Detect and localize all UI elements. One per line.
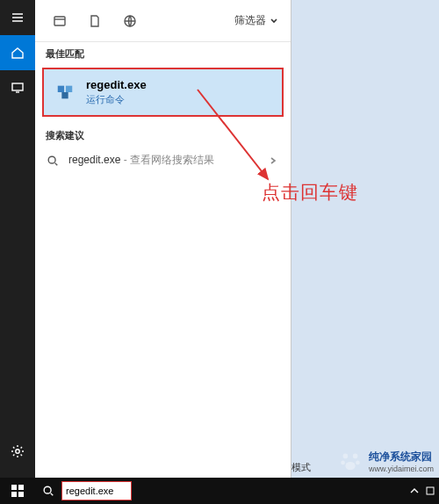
suggestion-query: regedit.exe (68, 154, 120, 166)
globe-icon (123, 14, 137, 28)
svg-point-12 (341, 461, 345, 465)
svg-point-19 (44, 486, 51, 493)
document-icon (88, 14, 102, 28)
tray-icon (425, 486, 435, 496)
svg-rect-20 (427, 487, 434, 494)
svg-point-1 (16, 450, 19, 453)
best-match-title: regedit.exe (86, 78, 147, 91)
hamburger-icon (11, 11, 25, 25)
scope-web-tab[interactable] (112, 0, 148, 42)
search-panel: 筛选器 最佳匹配 regedit.exe 运行命令 搜索建议 regedit.e… (35, 0, 291, 478)
svg-rect-5 (58, 86, 64, 92)
filter-label: 筛选器 (234, 13, 266, 28)
svg-point-13 (356, 461, 360, 465)
rail-settings-button[interactable] (0, 434, 35, 469)
suggestion-text: regedit.exe - 查看网络搜索结果 (68, 153, 214, 168)
svg-rect-6 (66, 86, 72, 92)
best-match-heading: 最佳匹配 (35, 42, 291, 64)
svg-rect-3 (54, 17, 65, 25)
scope-documents-tab[interactable] (77, 0, 112, 42)
svg-point-11 (353, 454, 358, 459)
rail-menu-button[interactable] (0, 0, 35, 35)
suggestions-heading: 搜索建议 (35, 124, 291, 146)
best-match-subtitle: 运行命令 (86, 93, 147, 106)
search-icon (42, 485, 54, 497)
taskbar-search-button[interactable] (35, 478, 61, 504)
watermark-url: www.yidaimei.com (369, 464, 434, 473)
tray-up-icon (409, 486, 420, 496)
scope-apps-tab[interactable] (42, 0, 77, 42)
taskbar-search-input[interactable] (66, 486, 127, 496)
best-match-result[interactable]: regedit.exe 运行命令 (42, 68, 284, 117)
monitor-icon (11, 81, 25, 95)
svg-rect-7 (61, 92, 68, 98)
web-suggestion-row[interactable]: regedit.exe - 查看网络搜索结果 (35, 146, 291, 175)
paw-icon (337, 448, 363, 474)
svg-rect-0 (12, 83, 23, 90)
taskbar (0, 478, 439, 504)
home-icon (11, 46, 25, 60)
chevron-right-icon (266, 154, 280, 168)
windows-icon (11, 484, 25, 498)
svg-rect-15 (11, 485, 17, 490)
rail-home-button[interactable] (0, 35, 35, 70)
taskbar-search-box[interactable] (61, 481, 132, 500)
desktop-mode-label: 模式 (291, 461, 311, 474)
chevron-down-icon (270, 17, 278, 25)
svg-rect-16 (18, 485, 24, 490)
system-tray[interactable] (409, 486, 439, 496)
watermark-brand: 纯净系统家园 (369, 450, 432, 463)
svg-point-10 (343, 454, 349, 459)
apps-icon (53, 14, 67, 28)
search-panel-header: 筛选器 (35, 0, 291, 42)
regedit-icon (54, 82, 76, 103)
svg-rect-17 (11, 492, 17, 497)
rail-monitor-button[interactable] (0, 70, 35, 105)
start-rail (0, 0, 35, 504)
search-icon (46, 154, 60, 168)
start-button[interactable] (0, 478, 35, 504)
suggestion-hint: - 查看网络搜索结果 (120, 154, 214, 166)
svg-point-14 (345, 462, 355, 470)
filter-dropdown[interactable]: 筛选器 (234, 13, 284, 28)
svg-point-8 (48, 156, 55, 163)
gear-icon (11, 444, 25, 458)
svg-rect-18 (18, 492, 24, 497)
watermark: 纯净系统家园 www.yidaimei.com (337, 448, 434, 474)
